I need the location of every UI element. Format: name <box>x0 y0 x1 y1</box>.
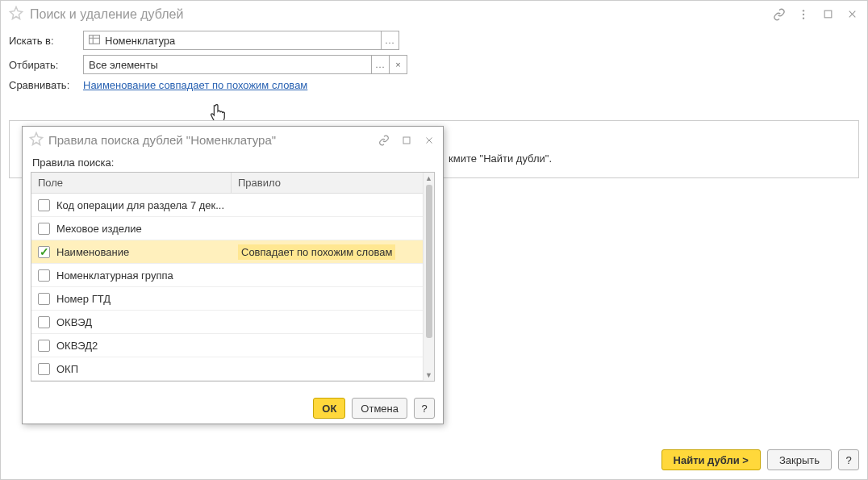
titlebar-controls <box>772 7 859 22</box>
main-window: Поиск и удаление дублей Искать в: <box>0 0 868 480</box>
help-button[interactable]: ? <box>838 449 859 470</box>
modal-titlebar: Правила поиска дублей "Номенклатура" <box>23 127 443 153</box>
column-header-rule[interactable]: Правило <box>232 173 423 193</box>
find-duplicates-button[interactable]: Найти дубли > <box>661 449 761 470</box>
maximize-icon[interactable] <box>820 7 835 22</box>
search-in-field[interactable]: Номенклатура <box>83 31 382 50</box>
compare-link[interactable]: Наименование совпадает по похожим словам <box>83 79 307 91</box>
row-checkbox[interactable] <box>38 363 50 375</box>
svg-point-1 <box>803 13 804 15</box>
scroll-down-icon[interactable]: ▼ <box>424 369 434 381</box>
help-button[interactable]: ? <box>414 398 435 419</box>
window-title: Поиск и удаление дублей <box>30 7 772 22</box>
table-row[interactable]: Номер ГТД <box>31 287 423 311</box>
close-icon[interactable] <box>845 7 859 22</box>
row-field-label: Наименование <box>56 246 129 258</box>
row-field-label: ОКП <box>56 363 78 375</box>
row-field-label: Номер ГТД <box>56 293 111 305</box>
row-checkbox[interactable]: ✓ <box>38 246 50 258</box>
table-row[interactable]: ✓НаименованиеСовпадает по похожим словам <box>31 240 423 264</box>
svg-rect-3 <box>824 10 832 18</box>
row-checkbox[interactable] <box>38 269 50 282</box>
hint-text: кмите "Найти дубли". <box>449 152 552 165</box>
cancel-button[interactable]: Отмена <box>352 398 407 419</box>
menu-dots-icon[interactable] <box>796 7 811 22</box>
scroll-up-icon[interactable]: ▲ <box>424 173 434 184</box>
row-field-label: Код операции для раздела 7 дек... <box>56 199 224 211</box>
filter-clear-button[interactable]: × <box>390 55 407 74</box>
table-row[interactable]: ОКВЭД <box>31 311 423 334</box>
row-checkbox[interactable] <box>38 199 50 211</box>
svg-point-2 <box>803 17 804 19</box>
table-row[interactable]: ОКВЭД2 <box>31 334 423 357</box>
bottom-bar: Найти дубли > Закрыть ? <box>1 440 867 479</box>
maximize-icon[interactable] <box>399 133 414 148</box>
link-icon[interactable] <box>377 133 391 148</box>
row-checkbox[interactable] <box>38 223 50 235</box>
svg-rect-5 <box>403 137 410 144</box>
row-field-label: Меховое изделие <box>56 223 142 235</box>
ok-button[interactable]: ОК <box>313 398 345 419</box>
scrollbar[interactable]: ▲ ▼ <box>423 173 434 381</box>
scroll-thumb[interactable] <box>426 185 432 338</box>
row-field-label: ОКВЭД <box>56 316 92 328</box>
table-icon <box>89 35 100 47</box>
close-icon[interactable] <box>422 133 436 148</box>
row-field-label: Номенклатурная группа <box>56 269 173 282</box>
row-checkbox[interactable] <box>38 340 50 352</box>
row-rule-label: Совпадает по похожим словам <box>238 244 395 260</box>
filter-label: Отбирать: <box>9 59 83 71</box>
search-in-label: Искать в: <box>9 35 83 47</box>
row-checkbox[interactable] <box>38 293 50 305</box>
form-area: Искать в: Номенклатура ... Отбирать: Все… <box>1 27 867 104</box>
rules-modal: Правила поиска дублей "Номенклатура" Пра… <box>22 126 444 424</box>
filter-field[interactable]: Все элементы <box>83 55 372 74</box>
rules-table: Поле Правило Код операции для раздела 7 … <box>31 172 435 382</box>
rules-label: Правила поиска: <box>32 157 433 169</box>
table-row[interactable]: ОКП <box>31 357 423 381</box>
row-checkbox[interactable] <box>38 316 50 328</box>
link-icon[interactable] <box>772 7 787 22</box>
table-row[interactable]: Код операции для раздела 7 дек... <box>31 194 423 217</box>
svg-rect-4 <box>90 35 100 44</box>
close-button[interactable]: Закрыть <box>767 449 832 470</box>
star-icon[interactable] <box>29 131 44 148</box>
search-in-ellipsis-button[interactable]: ... <box>382 31 399 50</box>
star-icon[interactable] <box>9 6 23 23</box>
filter-value: Все элементы <box>89 59 158 71</box>
filter-ellipsis-button[interactable]: ... <box>372 55 390 74</box>
main-titlebar: Поиск и удаление дублей <box>1 1 867 27</box>
table-row[interactable]: Номенклатурная группа <box>31 264 423 287</box>
search-in-value: Номенклатура <box>105 35 175 47</box>
table-row[interactable]: Меховое изделие <box>31 217 423 240</box>
column-header-field[interactable]: Поле <box>31 173 232 193</box>
row-field-label: ОКВЭД2 <box>56 340 98 352</box>
svg-point-0 <box>803 10 804 11</box>
compare-label: Сравнивать: <box>9 79 83 91</box>
modal-title: Правила поиска дублей "Номенклатура" <box>48 133 377 147</box>
